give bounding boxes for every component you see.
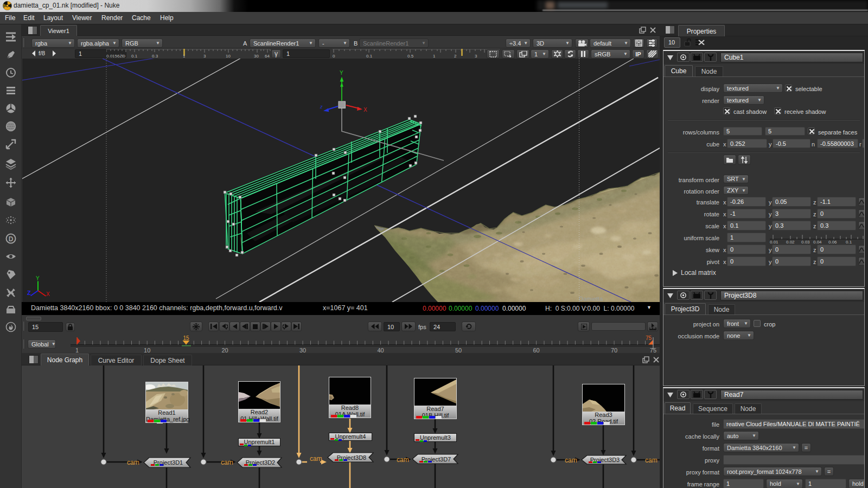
svg-text:60: 60 [533,347,539,353]
svg-text:0.3: 0.3 [152,54,158,59]
svg-text:Y: Y [340,70,343,76]
svg-text:cam: cam [565,457,577,464]
svg-text:cam: cam [127,459,139,466]
svg-text:75: 75 [646,335,652,341]
svg-text:1: 1 [433,54,436,59]
svg-text:cam: cam [310,455,322,463]
svg-text:f/8: f/8 [39,50,45,56]
svg-text:3: 3 [203,54,206,59]
svg-text:64: 64 [265,54,270,59]
svg-text:D: D [9,235,14,243]
svg-text:0.1: 0.1 [366,54,373,59]
svg-text:0.04: 0.04 [813,240,822,243]
svg-text:70: 70 [611,347,617,353]
svg-text:0.06: 0.06 [828,240,837,243]
svg-text:1: 1 [75,347,79,353]
svg-text:z: z [320,104,323,110]
svg-text:Z: Z [27,290,31,296]
svg-text:0.03: 0.03 [801,240,810,243]
svg-text:0.02: 0.02 [786,240,795,243]
svg-text:20: 20 [221,347,228,353]
svg-text:0.1: 0.1 [131,54,138,59]
svg-text:3: 3 [475,54,477,59]
svg-text:1: 1 [183,54,186,59]
svg-text:15: 15 [183,335,189,341]
svg-text:X: X [363,107,367,113]
svg-text:0.5: 0.5 [407,54,414,59]
svg-text:10: 10 [144,347,150,353]
svg-text:2: 2 [454,54,457,59]
svg-text:X: X [46,291,50,297]
svg-text:0: 0 [333,54,335,59]
svg-text:cam: cam [221,459,233,466]
svg-text:40: 40 [377,347,384,353]
svg-text:Y: Y [36,275,40,281]
svg-text:0.0156ŻĐ: 0.0156ŻĐ [106,54,125,59]
svg-text:50: 50 [455,347,462,353]
svg-text:0.01: 0.01 [770,240,778,243]
svg-text:30: 30 [299,347,306,353]
svg-text:10: 10 [226,54,231,59]
svg-text:Damietta: Damietta [579,296,603,302]
svg-text:cam: cam [645,457,658,464]
svg-text:0.1: 0.1 [846,240,852,243]
svg-text:30: 30 [254,54,259,59]
svg-text:cam: cam [397,456,409,464]
